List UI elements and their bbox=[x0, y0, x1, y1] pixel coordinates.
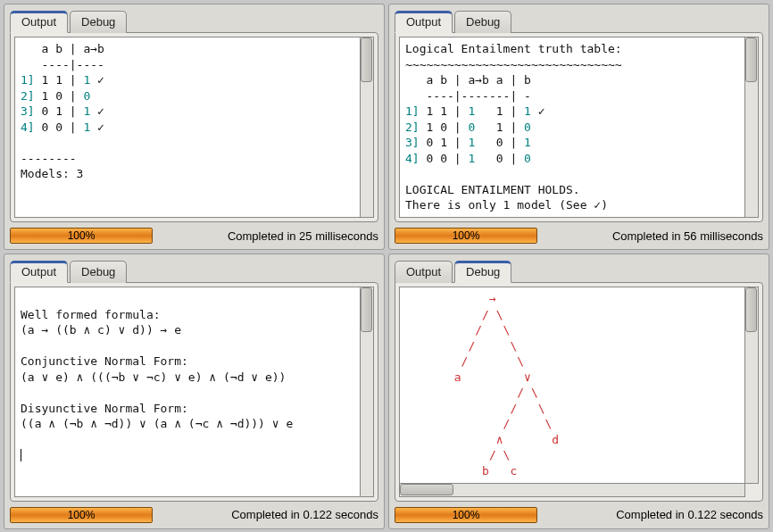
status-text: Completed in 56 milliseconds bbox=[612, 229, 763, 243]
tab-debug[interactable]: Debug bbox=[70, 11, 127, 33]
tab-bar: Output Debug bbox=[10, 10, 378, 32]
output-text[interactable]: a b | a→b ----|---- 1] 1 1 | 1 ✓ 2] 1 0 … bbox=[14, 37, 361, 218]
scrollbar-thumb[interactable] bbox=[745, 37, 757, 82]
panel-bottom-left: Output Debug Well formed formula: (a → (… bbox=[4, 254, 385, 529]
tab-output[interactable]: Output bbox=[10, 261, 68, 283]
content-frame: Well formed formula: (a → ((b ∧ c) ∨ d))… bbox=[10, 282, 378, 502]
status-text: Completed in 0.122 seconds bbox=[616, 508, 763, 521]
scrollbar-vertical[interactable] bbox=[745, 37, 759, 218]
panel-top-right: Output Debug Logical Entailment truth ta… bbox=[388, 4, 769, 250]
status-row: 100% Completed in 0.122 seconds bbox=[10, 507, 378, 523]
scrollbar-thumb[interactable] bbox=[361, 287, 372, 332]
output-text[interactable]: Logical Entailment truth table: ~~~~~~~~… bbox=[399, 37, 745, 218]
scrollbar-thumb[interactable] bbox=[361, 37, 372, 82]
progress-bar: 100% bbox=[10, 507, 153, 523]
scrollbar-thumb[interactable] bbox=[400, 484, 453, 495]
scrollbar-vertical[interactable] bbox=[361, 37, 374, 218]
window-grid: Output Debug a b | a→b ----|---- 1] 1 1 … bbox=[0, 0, 773, 532]
status-row: 100% Completed in 0.122 seconds bbox=[395, 507, 763, 523]
status-text: Completed in 25 milliseconds bbox=[228, 229, 378, 243]
progress-bar: 100% bbox=[395, 228, 537, 244]
scrollbar-horizontal[interactable] bbox=[399, 484, 745, 497]
status-text: Completed in 0.122 seconds bbox=[231, 508, 378, 521]
scrollbar-vertical[interactable] bbox=[361, 287, 374, 497]
tab-debug[interactable]: Debug bbox=[70, 261, 127, 283]
content-frame: a b | a→b ----|---- 1] 1 1 | 1 ✓ 2] 1 0 … bbox=[10, 32, 378, 222]
tab-output[interactable]: Output bbox=[10, 11, 68, 33]
panel-top-left: Output Debug a b | a→b ----|---- 1] 1 1 … bbox=[4, 4, 385, 250]
content-frame: → / \ / \ / \ / \ a ∨ / \ / \ / \ ∧ d / … bbox=[395, 282, 763, 502]
tab-output[interactable]: Output bbox=[395, 11, 453, 33]
tab-bar: Output Debug bbox=[395, 260, 763, 282]
tab-bar: Output Debug bbox=[395, 10, 763, 32]
panel-bottom-right: Output Debug → / \ / \ / \ / \ a ∨ / \ /… bbox=[388, 254, 769, 529]
tab-bar: Output Debug bbox=[10, 260, 378, 282]
tab-output[interactable]: Output bbox=[395, 261, 453, 283]
debug-text[interactable]: → / \ / \ / \ / \ a ∨ / \ / \ / \ ∧ d / … bbox=[399, 287, 745, 484]
scrollbar-vertical[interactable] bbox=[745, 287, 759, 484]
status-row: 100% Completed in 56 milliseconds bbox=[395, 228, 763, 244]
status-row: 100% Completed in 25 milliseconds bbox=[10, 228, 378, 244]
progress-bar: 100% bbox=[395, 507, 537, 523]
content-frame: Logical Entailment truth table: ~~~~~~~~… bbox=[395, 32, 763, 222]
progress-bar: 100% bbox=[10, 228, 153, 244]
tab-debug[interactable]: Debug bbox=[454, 11, 511, 33]
scrollbar-thumb[interactable] bbox=[745, 287, 757, 332]
output-text[interactable]: Well formed formula: (a → ((b ∧ c) ∨ d))… bbox=[14, 287, 361, 497]
tab-debug[interactable]: Debug bbox=[454, 261, 511, 283]
